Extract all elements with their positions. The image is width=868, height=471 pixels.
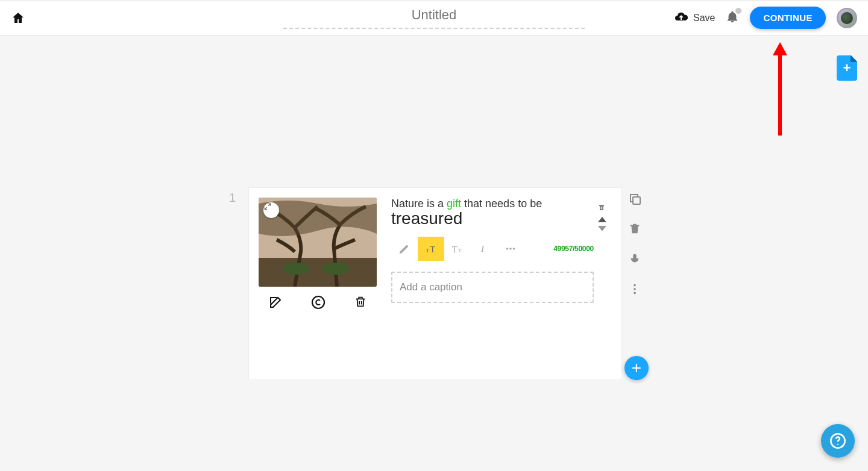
svg-point-22 [634, 288, 636, 290]
save-label: Save [693, 13, 715, 23]
svg-text:T: T [458, 248, 462, 254]
title-underline [283, 28, 585, 29]
text-side-controls [597, 204, 607, 231]
svg-rect-19 [633, 197, 640, 204]
svg-text:T: T [426, 248, 430, 254]
avatar-image [841, 12, 853, 24]
pencil-tool-button[interactable] [391, 237, 418, 261]
svg-point-12 [506, 248, 509, 250]
document-title-wrap [283, 7, 585, 29]
slide-action-rail [628, 192, 643, 299]
header-actions: Save CONTINUE [674, 7, 857, 29]
text-column: Nature is a gift that needs to be treasu… [391, 198, 612, 370]
editor-canvas: 1 [0, 36, 868, 471]
copyright-button[interactable] [311, 295, 326, 310]
save-button[interactable]: Save [674, 10, 715, 27]
image-action-row [259, 287, 378, 310]
svg-text:T: T [452, 245, 458, 254]
svg-point-5 [322, 263, 349, 275]
slide-card: Nature is a gift that needs to be treasu… [248, 187, 622, 380]
continue-button[interactable]: CONTINUE [750, 7, 826, 29]
svg-point-13 [509, 248, 512, 250]
document-title-input[interactable] [283, 7, 585, 27]
move-up-button[interactable] [598, 217, 606, 222]
slide-image[interactable] [259, 198, 377, 287]
text-toolbar: TT TT I 49957/50000 [391, 237, 594, 261]
svg-point-6 [312, 296, 324, 308]
svg-point-14 [513, 248, 515, 250]
svg-rect-3 [259, 258, 377, 287]
slide-text-emphasis[interactable]: treasured [391, 209, 594, 228]
text-size-small-button[interactable]: TT [418, 237, 444, 261]
svg-text:I: I [480, 244, 485, 254]
record-audio-button[interactable] [628, 252, 643, 267]
svg-point-4 [283, 263, 309, 275]
svg-rect-15 [599, 205, 604, 206]
help-button[interactable] [821, 424, 855, 458]
text-highlight-word: gift [447, 198, 461, 210]
delete-image-button[interactable] [354, 295, 368, 310]
more-text-options-button[interactable] [497, 237, 524, 261]
svg-point-25 [837, 444, 838, 445]
bell-icon [726, 15, 739, 25]
text-prefix: Nature is a [391, 198, 447, 210]
svg-rect-17 [601, 207, 602, 210]
svg-point-23 [634, 292, 636, 295]
add-slide-button[interactable]: + [624, 356, 649, 380]
duplicate-slide-button[interactable] [628, 192, 643, 207]
text-suffix: that needs to be [461, 198, 542, 210]
delete-slide-button[interactable] [628, 222, 643, 237]
caption-input[interactable]: Add a caption [391, 272, 594, 303]
delete-text-button[interactable] [597, 204, 607, 213]
app-header: Save CONTINUE [0, 0, 868, 36]
user-avatar[interactable] [837, 8, 857, 28]
cloud-upload-icon [674, 10, 688, 27]
italic-button[interactable]: I [471, 237, 497, 261]
svg-rect-18 [602, 207, 602, 210]
notification-dot [735, 8, 741, 14]
slide-number: 1 [229, 191, 236, 205]
home-icon[interactable] [11, 11, 25, 25]
more-slide-options-button[interactable] [628, 282, 643, 299]
expand-image-button[interactable] [263, 202, 279, 218]
move-down-button[interactable] [598, 226, 606, 231]
notifications-button[interactable] [726, 10, 739, 26]
text-size-large-button[interactable]: TT [444, 237, 471, 261]
plus-icon: + [632, 358, 641, 378]
edit-image-button[interactable] [268, 295, 283, 310]
svg-text:T: T [430, 245, 435, 254]
image-column [259, 198, 378, 370]
slide-text-line1[interactable]: Nature is a gift that needs to be [391, 198, 594, 210]
svg-point-21 [634, 284, 636, 287]
svg-rect-16 [600, 206, 603, 210]
character-count: 49957/50000 [553, 245, 594, 253]
